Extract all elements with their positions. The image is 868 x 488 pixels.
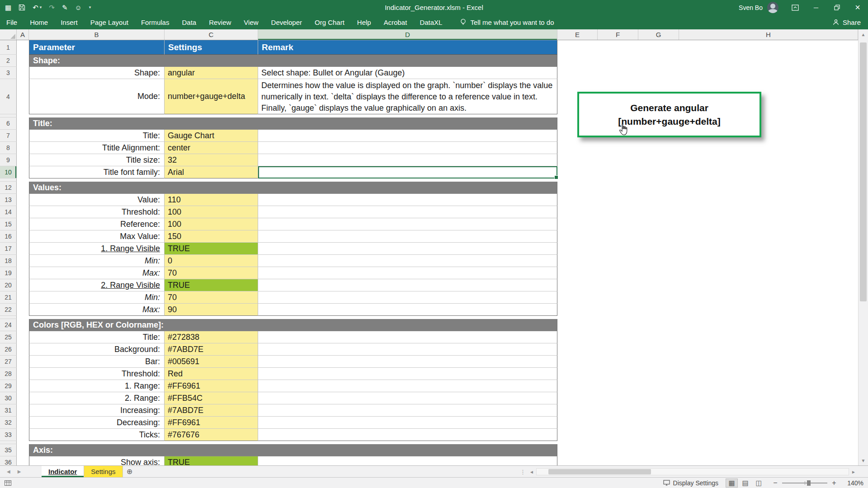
row-header-28[interactable]: 28 [0, 368, 17, 380]
parameter-cell-b19[interactable]: Max: [29, 267, 165, 279]
cell-column-a[interactable] [17, 343, 29, 356]
remark-cell-d22[interactable] [258, 304, 557, 316]
row-header-16[interactable]: 16 [0, 230, 17, 243]
row-header-17[interactable]: 17 [0, 243, 17, 255]
remark-cell-d36[interactable] [258, 456, 557, 465]
row-header-2[interactable]: 2 [0, 55, 17, 67]
setting-cell-c7[interactable]: Gauge Chart [165, 130, 258, 142]
column-header-H[interactable]: H [679, 29, 858, 40]
row-header-3[interactable]: 3 [0, 67, 17, 79]
remark-cell-d29[interactable] [258, 380, 557, 392]
cell-column-a[interactable] [17, 230, 29, 243]
parameter-cell-b21[interactable]: Min: [29, 291, 165, 304]
horizontal-scrollbar-track[interactable] [536, 468, 849, 475]
column-header-B[interactable]: B [29, 29, 165, 40]
column-header-C[interactable]: C [165, 29, 258, 40]
row-header-20[interactable]: 20 [0, 279, 17, 291]
add-sheet-button[interactable]: ⊕ [123, 466, 137, 477]
tell-me-box[interactable]: Tell me what you want to do [460, 19, 554, 26]
row-header-30[interactable]: 30 [0, 392, 17, 404]
remark-cell-d19[interactable] [258, 267, 557, 279]
customize-qat-icon[interactable]: ▾ [89, 5, 91, 9]
setting-cell-c32[interactable]: #FF6961 [165, 417, 258, 429]
remark-cell-d8[interactable] [258, 142, 557, 154]
remark-cell-d25[interactable] [258, 331, 557, 343]
parameter-cell-b22[interactable]: Max: [29, 304, 165, 316]
page-layout-view-button[interactable]: ▤ [739, 479, 751, 488]
row-header-15[interactable]: 15 [0, 218, 17, 230]
row-header-9[interactable]: 9 [0, 154, 17, 166]
row-header-13[interactable]: 13 [0, 194, 17, 206]
redo-icon[interactable]: ↷ [49, 4, 55, 11]
setting-cell-c4[interactable]: number+gauge+delta [165, 79, 258, 114]
column-header-A[interactable]: A [17, 29, 29, 40]
row-header-hidden[interactable] [0, 178, 17, 182]
setting-cell-c31[interactable]: #7ABD7E [165, 404, 258, 417]
row-header-12[interactable]: 12 [0, 182, 17, 194]
remark-cell-d7[interactable] [258, 130, 557, 142]
parameter-cell-b32[interactable]: Decreasing: [29, 417, 165, 429]
ribbon-tab-page-layout[interactable]: Page Layout [84, 15, 135, 29]
remark-cell-d18[interactable] [258, 255, 557, 267]
undo-icon[interactable]: ↶▾ [33, 4, 42, 11]
setting-cell-c8[interactable]: center [165, 142, 258, 154]
zoom-out-button[interactable]: − [772, 479, 778, 487]
setting-cell-c21[interactable]: 70 [165, 291, 258, 304]
cell-column-a[interactable] [17, 291, 29, 304]
remark-cell-d15[interactable] [258, 218, 557, 230]
select-all-corner[interactable] [0, 29, 17, 40]
remark-cell-d9[interactable] [258, 154, 557, 166]
row-header-hidden[interactable] [0, 441, 17, 444]
setting-cell-c26[interactable]: #7ABD7E [165, 343, 258, 356]
remark-cell-d31[interactable] [258, 404, 557, 417]
cell-column-a[interactable] [17, 267, 29, 279]
cell-column-a[interactable] [17, 316, 29, 319]
row-header-4[interactable]: 4 [0, 79, 17, 114]
header-cell-parameter[interactable]: Parameter [29, 40, 165, 55]
setting-cell-c27[interactable]: #005691 [165, 356, 258, 368]
row-header-18[interactable]: 18 [0, 255, 17, 267]
cell-column-a[interactable] [17, 154, 29, 166]
cell-column-a[interactable] [17, 178, 29, 182]
horizontal-scrollbar-thumb[interactable] [548, 469, 651, 474]
remark-cell-d14[interactable] [258, 206, 557, 218]
parameter-cell-b31[interactable]: Increasing: [29, 404, 165, 417]
header-cell-settings[interactable]: Settings [165, 40, 258, 55]
parameter-cell-b29[interactable]: 1. Range: [29, 380, 165, 392]
cell-column-a[interactable] [17, 429, 29, 441]
macro-record-icon[interactable] [0, 480, 11, 486]
setting-cell-c13[interactable]: 110 [165, 194, 258, 206]
smiley-feedback-icon[interactable]: ☺ [75, 4, 81, 11]
row-header-32[interactable]: 32 [0, 417, 17, 429]
section-header-row-2[interactable]: Shape: [29, 55, 557, 67]
parameter-cell-b18[interactable]: Min: [29, 255, 165, 267]
parameter-cell-b14[interactable]: Threshold: [29, 206, 165, 218]
cell-column-a[interactable] [17, 182, 29, 194]
row-header-36[interactable]: 36 [0, 456, 17, 465]
save-icon[interactable] [19, 4, 25, 11]
setting-cell-c3[interactable]: angular [165, 67, 258, 79]
parameter-cell-b33[interactable]: Ticks: [29, 429, 165, 441]
ribbon-tab-developer[interactable]: Developer [265, 15, 308, 29]
cell-column-a[interactable] [17, 206, 29, 218]
cell-column-a[interactable] [17, 356, 29, 368]
section-header-row-24[interactable]: Colors [RGB, HEX or Colorname]: [29, 319, 557, 331]
ribbon-tab-acrobat[interactable]: Acrobat [377, 15, 414, 29]
remark-cell-d33[interactable] [258, 429, 557, 441]
ribbon-tab-view[interactable]: View [237, 15, 264, 29]
row-header-6[interactable]: 6 [0, 117, 17, 130]
row-header-hidden[interactable] [0, 114, 17, 117]
cell-column-a[interactable] [17, 441, 29, 444]
zoom-slider-thumb[interactable] [807, 480, 811, 486]
parameter-cell-b8[interactable]: Ttitle Alignment: [29, 142, 165, 154]
ribbon-tab-review[interactable]: Review [203, 15, 237, 29]
remark-cell-d13[interactable] [258, 194, 557, 206]
row-header-25[interactable]: 25 [0, 331, 17, 343]
setting-cell-c10[interactable]: Arial [165, 166, 258, 178]
pen-icon[interactable]: ✎ [62, 4, 68, 11]
row-header-22[interactable]: 22 [0, 304, 17, 316]
account-button[interactable]: Sven Bo [739, 2, 778, 13]
section-header-row-6[interactable]: Title: [29, 117, 557, 130]
setting-cell-c15[interactable]: 100 [165, 218, 258, 230]
parameter-cell-b30[interactable]: 2. Range: [29, 392, 165, 404]
